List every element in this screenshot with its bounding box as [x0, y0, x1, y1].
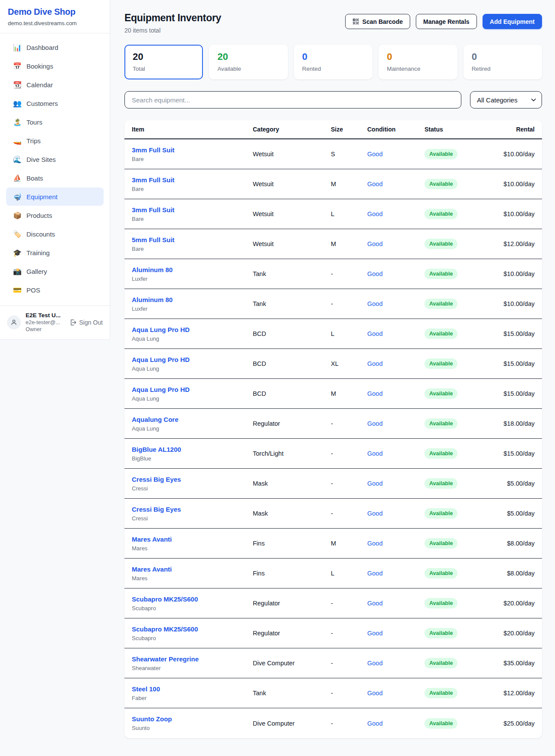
item-rental-rate: $5.00/day	[485, 480, 535, 487]
item-name-link[interactable]: Aqualung Core	[132, 416, 179, 423]
item-condition-link[interactable]: Good	[367, 480, 424, 487]
sidebar-item-dive-sites[interactable]: 🌊 Dive Sites	[6, 150, 104, 168]
item-size: M	[331, 390, 367, 397]
item-size: -	[331, 660, 367, 667]
item-name-link[interactable]: 3mm Full Suit	[132, 176, 174, 184]
item-name-link[interactable]: Mares Avanti	[132, 536, 172, 543]
item-condition-link[interactable]: Good	[367, 240, 424, 247]
item-name-link[interactable]: BigBlue AL1200	[132, 446, 181, 453]
item-condition-link[interactable]: Good	[367, 210, 424, 217]
item-rental-rate: $35.00/day	[485, 660, 535, 667]
status-badge: Available	[424, 299, 457, 309]
table-row: Aluminum 80 Luxfer Tank - Good Available…	[124, 289, 542, 319]
item-name-link[interactable]: Aqua Lung Pro HD	[132, 386, 189, 393]
stat-card-available[interactable]: 20 Available	[209, 45, 287, 79]
category-select[interactable]: All Categories	[470, 91, 542, 108]
sidebar-item-gallery[interactable]: 📸 Gallery	[6, 262, 104, 280]
sidebar-item-customers[interactable]: 👥 Customers	[6, 94, 104, 112]
item-category: Mask	[253, 480, 331, 487]
item-name-link[interactable]: Scubapro MK25/S600	[132, 625, 198, 633]
item-name-link[interactable]: Suunto Zoop	[132, 715, 172, 723]
item-brand: Shearwater	[132, 665, 253, 671]
table-row: Scubapro MK25/S600 Scubapro Regulator - …	[124, 618, 542, 648]
item-name-link[interactable]: Cressi Big Eyes	[132, 476, 181, 483]
sidebar-item-label: POS	[26, 286, 40, 294]
item-condition-link[interactable]: Good	[367, 390, 424, 397]
stat-card-retired[interactable]: 0 Retired	[464, 45, 542, 79]
status-badge: Available	[424, 658, 457, 668]
item-condition-link[interactable]: Good	[367, 510, 424, 517]
item-name-link[interactable]: 3mm Full Suit	[132, 146, 174, 154]
item-rental-rate: $15.00/day	[485, 360, 535, 367]
item-rental-rate: $8.00/day	[485, 540, 535, 547]
sidebar-item-discounts[interactable]: 🏷️ Discounts	[6, 225, 104, 243]
item-name-link[interactable]: 3mm Full Suit	[132, 206, 174, 214]
item-name-link[interactable]: Aluminum 80	[132, 296, 173, 303]
sign-out-label: Sign Out	[79, 319, 103, 326]
item-condition-link[interactable]: Good	[367, 151, 424, 158]
stat-value: 0	[302, 51, 364, 62]
column-header-category: Category	[253, 126, 331, 133]
item-condition-link[interactable]: Good	[367, 270, 424, 277]
search-input[interactable]	[124, 91, 461, 108]
item-rental-rate: $8.00/day	[485, 570, 535, 577]
status-badge: Available	[424, 418, 457, 429]
item-name-link[interactable]: 5mm Full Suit	[132, 236, 174, 243]
item-name-link[interactable]: Aqua Lung Pro HD	[132, 326, 189, 333]
item-name-link[interactable]: Aluminum 80	[132, 266, 173, 273]
scan-barcode-button[interactable]: Scan Barcode	[345, 14, 410, 29]
item-condition-link[interactable]: Good	[367, 540, 424, 547]
sidebar-item-dashboard[interactable]: 📊 Dashboard	[6, 38, 104, 56]
add-equipment-button[interactable]: Add Equipment	[483, 14, 542, 29]
manage-rentals-label: Manage Rentals	[423, 18, 470, 25]
table-row: Shearwater Peregrine Shearwater Dive Com…	[124, 648, 542, 678]
item-condition-link[interactable]: Good	[367, 450, 424, 457]
item-category: Fins	[253, 540, 331, 547]
item-condition-link[interactable]: Good	[367, 330, 424, 337]
item-name-link[interactable]: Scubapro MK25/S600	[132, 595, 198, 603]
item-condition-link[interactable]: Good	[367, 360, 424, 367]
item-size: -	[331, 510, 367, 517]
item-name-link[interactable]: Cressi Big Eyes	[132, 506, 181, 513]
item-brand: Scubapro	[132, 605, 253, 611]
item-condition-link[interactable]: Good	[367, 420, 424, 427]
sidebar-item-tours[interactable]: 🏝️ Tours	[6, 113, 104, 131]
item-condition-link[interactable]: Good	[367, 181, 424, 187]
header-actions: Scan Barcode Manage Rentals Add Equipmen…	[345, 12, 542, 29]
brand-title[interactable]: Demo Dive Shop	[8, 7, 102, 17]
sidebar-item-boats[interactable]: ⛵ Boats	[6, 169, 104, 187]
stat-card-maintenance[interactable]: 0 Maintenance	[379, 45, 457, 79]
stat-card-total[interactable]: 20 Total	[124, 45, 203, 79]
item-name-link[interactable]: Aqua Lung Pro HD	[132, 356, 189, 363]
sidebar-item-bookings[interactable]: 📅 Bookings	[6, 57, 104, 75]
status-badge: Available	[424, 508, 457, 519]
sidebar-item-trips[interactable]: 🚤 Trips	[6, 131, 104, 150]
item-condition-link[interactable]: Good	[367, 630, 424, 637]
chevron-down-icon	[531, 99, 536, 102]
item-category: Regulator	[253, 630, 331, 637]
item-rental-rate: $10.00/day	[485, 300, 535, 307]
stat-label: Available	[217, 66, 279, 72]
sidebar-item-products[interactable]: 📦 Products	[6, 206, 104, 224]
user-name: E2E Test U...	[26, 312, 61, 319]
sidebar-item-training[interactable]: 🎓 Training	[6, 243, 104, 262]
avatar	[7, 316, 21, 329]
manage-rentals-button[interactable]: Manage Rentals	[416, 14, 477, 29]
item-condition-link[interactable]: Good	[367, 720, 424, 727]
sidebar-nav: 📊 Dashboard 📅 Bookings 📆 Calendar 👥 Cust…	[0, 33, 110, 302]
sidebar-item-calendar[interactable]: 📆 Calendar	[6, 76, 104, 94]
page-title-block: Equipment Inventory 20 items total	[124, 12, 221, 34]
item-rental-rate: $5.00/day	[485, 510, 535, 517]
item-name-link[interactable]: Shearwater Peregrine	[132, 655, 199, 663]
item-condition-link[interactable]: Good	[367, 660, 424, 667]
item-condition-link[interactable]: Good	[367, 690, 424, 697]
item-condition-link[interactable]: Good	[367, 600, 424, 607]
item-condition-link[interactable]: Good	[367, 570, 424, 577]
item-name-link[interactable]: Steel 100	[132, 685, 160, 693]
sidebar-item-pos[interactable]: 💳 POS	[6, 281, 104, 299]
sign-out-button[interactable]: Sign Out	[69, 319, 103, 326]
item-condition-link[interactable]: Good	[367, 300, 424, 307]
stat-card-rented[interactable]: 0 Rented	[294, 45, 372, 79]
sidebar-item-equipment[interactable]: 🤿 Equipment	[6, 187, 104, 206]
item-name-link[interactable]: Mares Avanti	[132, 565, 172, 573]
